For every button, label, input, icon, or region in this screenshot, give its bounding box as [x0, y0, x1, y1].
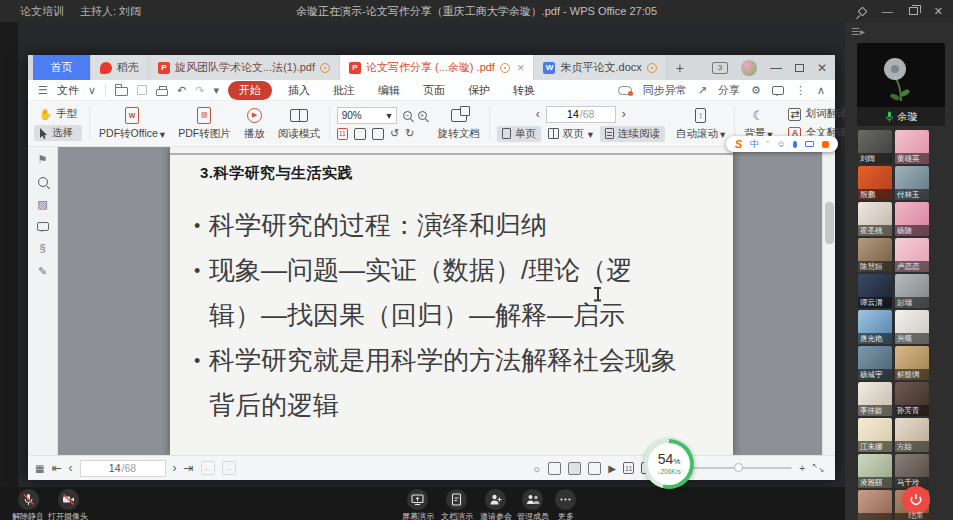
fit-width-icon[interactable]: [372, 128, 384, 140]
menu-convert[interactable]: 转换: [506, 83, 542, 98]
menu-edit[interactable]: 编辑: [371, 83, 407, 98]
scrollbar-thumb[interactable]: [825, 202, 834, 244]
document-scrollbar[interactable]: [822, 147, 835, 455]
participant-tile[interactable]: 霍圣桃: [858, 202, 892, 236]
save-icon[interactable]: [137, 85, 147, 95]
bookmark-icon[interactable]: ⚑: [38, 153, 48, 166]
prev-page-icon[interactable]: ‹: [69, 461, 73, 475]
participant-tile[interactable]: 陈慧姮: [858, 238, 892, 272]
menu-protect[interactable]: 保护: [461, 83, 497, 98]
participant-tile[interactable]: 谭云渭: [858, 274, 892, 308]
more-button[interactable]: [555, 489, 576, 510]
open-icon[interactable]: [115, 87, 128, 96]
close-button[interactable]: ✕: [934, 5, 943, 18]
manage-members-button[interactable]: [522, 489, 543, 510]
account-avatar[interactable]: [741, 60, 757, 76]
sync-status[interactable]: 同步异常: [643, 83, 687, 98]
history-forward-icon[interactable]: →: [222, 461, 236, 475]
select-tool-button[interactable]: 选择: [34, 125, 82, 141]
zoom-in-icon[interactable]: +: [799, 463, 805, 474]
ime-toolbar[interactable]: S 中 ’ ☺: [726, 136, 838, 152]
participant-tile[interactable]: 殷鹏: [858, 166, 892, 200]
view-double-icon[interactable]: [588, 462, 601, 475]
gear-icon[interactable]: ⚙: [751, 84, 761, 97]
eye-protect-icon[interactable]: ☼: [532, 463, 541, 474]
prev-page-icon[interactable]: ‹: [536, 107, 540, 121]
search-panel-icon[interactable]: [38, 177, 48, 187]
tab-doc2-active[interactable]: P 论文写作分享 (...余璇) .pdf ✕: [340, 55, 535, 80]
zoom-in-icon[interactable]: +: [418, 111, 427, 120]
sidebar-layout-icon[interactable]: ☰▸: [851, 26, 865, 37]
presenter-tile[interactable]: 余璇: [857, 43, 945, 126]
share-button[interactable]: 分享: [718, 83, 740, 98]
redo-icon[interactable]: ↷: [195, 84, 204, 97]
participant-tile[interactable]: 江未娜: [858, 418, 892, 452]
tab-docer[interactable]: 稻壳: [91, 55, 149, 80]
wps-minimize-button[interactable]: —: [770, 61, 782, 75]
participant-tile[interactable]: 黄雄英: [895, 130, 929, 164]
wps-maximize-icon[interactable]: [795, 64, 804, 72]
participant-tile[interactable]: 杨随: [895, 202, 929, 236]
participant-tile[interactable]: 唐光艳: [858, 310, 892, 344]
participant-tile[interactable]: 凌雅丽: [858, 454, 892, 488]
print-icon[interactable]: [156, 89, 168, 96]
participant-tile[interactable]: 孙芳青: [895, 382, 929, 416]
view-single-icon[interactable]: [548, 462, 561, 475]
attachment-icon[interactable]: §: [39, 242, 45, 254]
menu-comment[interactable]: 批注: [326, 83, 362, 98]
auto-scroll-button[interactable]: ↕ 自动滚动▾: [670, 103, 731, 144]
emoji-icon[interactable]: ☺: [777, 139, 786, 149]
rotate-right-icon[interactable]: ↻: [405, 127, 414, 140]
rotate-left-icon[interactable]: ↺: [390, 127, 399, 140]
participant-tile[interactable]: 兴颂: [895, 310, 929, 344]
collapse-ribbon-icon[interactable]: ∧: [817, 84, 825, 97]
tab-close-icon[interactable]: ✕: [517, 63, 525, 73]
thumbnail-panel-icon[interactable]: ▨: [37, 198, 47, 211]
ime-punct-icon[interactable]: ’: [767, 139, 769, 149]
tab-doc1[interactable]: P 旋风团队学术论文...法(1).pdf: [149, 55, 340, 80]
comment-bubble-icon[interactable]: [772, 86, 784, 95]
pdf-to-image-button[interactable]: ▨ PDF转图片: [172, 103, 237, 144]
tab-home[interactable]: 首页: [33, 55, 91, 80]
participant-tile[interactable]: 彭瑞: [895, 274, 929, 308]
next-page-icon[interactable]: ›: [173, 461, 177, 475]
zoom-level-select[interactable]: 90% ▾: [337, 107, 397, 124]
history-back-icon[interactable]: ←: [201, 461, 215, 475]
unmute-button[interactable]: [18, 489, 39, 510]
menu-start[interactable]: 开始: [228, 81, 272, 100]
signature-icon[interactable]: ✎: [38, 265, 47, 278]
zoom-out-icon[interactable]: −: [403, 111, 412, 120]
participant-tile[interactable]: 付林玉: [895, 166, 929, 200]
page-number-input[interactable]: 14 /68: [546, 106, 616, 123]
status-page-input[interactable]: 14 /68: [80, 460, 166, 477]
ime-mic-icon[interactable]: [793, 141, 797, 148]
zoom-slider-knob[interactable]: [734, 463, 743, 472]
last-page-icon[interactable]: ⇥: [184, 461, 194, 475]
read-mode-button[interactable]: 阅读模式: [272, 103, 326, 144]
comment-panel-icon[interactable]: [37, 222, 49, 231]
minimize-button[interactable]: —: [882, 5, 893, 17]
play-button[interactable]: ▶ 播放: [238, 103, 271, 144]
menu-page[interactable]: 页面: [416, 83, 452, 98]
participant-tile[interactable]: 卢恋恋: [895, 238, 929, 272]
file-menu[interactable]: 文件: [57, 83, 79, 98]
fit-page-icon[interactable]: [354, 128, 366, 140]
more-menu-icon[interactable]: ⋮: [795, 84, 806, 97]
tab-doc3[interactable]: W 朱贞平论文.docx: [534, 55, 666, 80]
first-page-icon[interactable]: ⇤: [51, 461, 61, 475]
ime-keyboard-icon[interactable]: [805, 141, 814, 147]
actual-size-icon[interactable]: 11: [623, 462, 634, 474]
window-count-badge[interactable]: 3: [712, 62, 728, 74]
continuous-read-button[interactable]: 连续阅读: [600, 126, 665, 142]
single-page-button[interactable]: 单页: [497, 126, 541, 142]
participant-tile[interactable]: 方始: [895, 418, 929, 452]
double-page-button[interactable]: 双页 ▾: [543, 126, 598, 142]
next-page-icon[interactable]: ›: [622, 107, 626, 121]
doc-share-button[interactable]: [446, 489, 467, 510]
participant-tile[interactable]: [858, 490, 892, 520]
camera-on-button[interactable]: [58, 489, 79, 510]
slide-page[interactable]: 3.科学研究与生活实践 • 科学研究的过程：演绎和归纳 • 现象—问题—实证（数…: [170, 147, 733, 455]
menu-icon[interactable]: ☰: [38, 84, 48, 97]
view-fit-icon[interactable]: [568, 462, 581, 475]
menu-insert[interactable]: 插入: [281, 83, 317, 98]
